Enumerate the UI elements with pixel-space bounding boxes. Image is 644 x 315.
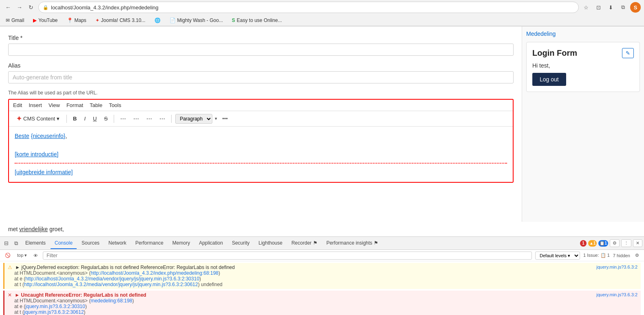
- content-detail-link[interactable]: [uitgebreide informatie]: [15, 169, 73, 175]
- console-top-button[interactable]: top ▾: [15, 252, 29, 259]
- paragraph-select[interactable]: Paragraph: [175, 114, 212, 124]
- bookmark-easytouse[interactable]: S Easy to use Online...: [229, 17, 285, 24]
- bold-button[interactable]: B: [71, 114, 79, 123]
- warning-ref[interactable]: jquery.min.js?3.6.3:2: [596, 265, 637, 269]
- login-form-edit-button[interactable]: ✎: [622, 48, 634, 58]
- align-right-button[interactable]: ⋯: [144, 114, 154, 123]
- content-userinfo-link[interactable]: {niceuserinfo}: [31, 133, 66, 139]
- editor-divider: [15, 163, 507, 164]
- devtools-tab-recorder[interactable]: Recorder ⚑: [287, 238, 322, 249]
- devtools: ⊟ ⧉ Elements Console Sources Network Per…: [0, 236, 644, 315]
- editor-menubar: Edit Insert View Format Table Tools: [9, 100, 513, 111]
- message-badge: 📋1: [598, 240, 608, 247]
- underline-button[interactable]: U: [90, 114, 99, 123]
- bookmark-maps-label: Maps: [75, 18, 86, 23]
- devtools-layout-button[interactable]: ⧉: [12, 240, 20, 247]
- alias-hint: The Alias will be used as part of the UR…: [8, 90, 514, 96]
- devtools-tab-security[interactable]: Security: [228, 238, 254, 249]
- align-justify-button[interactable]: ⋯: [157, 114, 168, 123]
- warning-stack-1: at HTMLDocument.<anonymous> (http://loca…: [14, 270, 637, 287]
- profile-button[interactable]: S: [630, 2, 641, 13]
- editor-menu-edit[interactable]: Edit: [13, 102, 22, 108]
- editor-menu-format[interactable]: Format: [66, 102, 83, 108]
- bookmark-star-button[interactable]: ☆: [581, 2, 591, 12]
- login-form-module: Login Form ✎ Hi test, Log out: [526, 42, 640, 92]
- warning-link-2[interactable]: http://localhost/Joomla_4.3.2/media/vend…: [25, 276, 199, 282]
- error-ref[interactable]: jquery.min.js?3.6.3:2: [596, 292, 637, 297]
- console-eye-button[interactable]: 👁: [32, 252, 40, 259]
- editor-menu-table[interactable]: Table: [90, 102, 102, 108]
- console-gear-button[interactable]: ⚙: [633, 252, 641, 259]
- reload-button[interactable]: ↻: [26, 2, 36, 12]
- login-form-header: Login Form ✎: [532, 48, 634, 58]
- error-stack: at HTMLDocument.<anonymous> (mededeling:…: [14, 298, 637, 315]
- devtools-more-button[interactable]: ⋮: [621, 239, 631, 247]
- address-bar[interactable]: 🔒 localhost/Joomla_4.3.2/index.php/meded…: [38, 2, 579, 13]
- title-label: Title *: [8, 35, 514, 41]
- title-input[interactable]: [8, 44, 514, 56]
- devtools-tab-memory[interactable]: Memory: [168, 238, 194, 249]
- back-button[interactable]: ←: [3, 2, 13, 12]
- download-button[interactable]: ⬇: [606, 2, 615, 12]
- console-clear-button[interactable]: 🚫: [3, 252, 12, 259]
- alias-input[interactable]: [8, 71, 514, 83]
- bookmark-maps[interactable]: 📍 Maps: [64, 17, 89, 24]
- mededeling-breadcrumb-link[interactable]: Mededeling: [526, 31, 640, 37]
- toolbar-divider-3: [171, 115, 172, 123]
- logout-button[interactable]: Log out: [532, 73, 566, 86]
- editor-menu-insert[interactable]: Insert: [29, 102, 42, 108]
- devtools-close-button[interactable]: ✕: [633, 239, 642, 247]
- console-filter-input[interactable]: [43, 252, 532, 260]
- devtools-tab-lighthouse[interactable]: Lighthouse: [254, 238, 287, 249]
- strikethrough-button[interactable]: S: [101, 114, 110, 123]
- cms-content-button[interactable]: ✦ CMS Content ▾: [13, 114, 63, 124]
- italic-button[interactable]: I: [82, 114, 88, 123]
- bookmark-world[interactable]: 🌐: [152, 17, 163, 24]
- restore-button[interactable]: ⧉: [618, 2, 628, 12]
- page-content: Title * Alias The Alias will be used as …: [0, 26, 644, 222]
- devtools-tab-sources[interactable]: Sources: [77, 238, 104, 249]
- devtools-tab-console[interactable]: Console: [51, 238, 77, 249]
- sidebar: Mededeling Login Form ✎ Hi test, Log out: [522, 26, 644, 222]
- console-levels-select[interactable]: Default levels ▾: [535, 252, 580, 260]
- forward-button[interactable]: →: [15, 2, 24, 12]
- devtools-tab-network[interactable]: Network: [104, 238, 130, 249]
- warning-message: ► jQuery.Deferred exception: RegularLabs…: [15, 265, 235, 270]
- bookmark-gmail[interactable]: ✉ Gmail: [3, 17, 26, 24]
- bookmark-easytouse-label: Easy to use Online...: [237, 18, 282, 23]
- warning-link-3[interactable]: http://localhost/Joomla_4.3.2/media/vend…: [24, 282, 198, 287]
- devtools-tabs: ⊟ ⧉ Elements Console Sources Network Per…: [0, 237, 644, 250]
- devtools-tab-perf-insights[interactable]: Performance insights ⚑: [322, 238, 382, 249]
- joomla-icon: ✦: [95, 18, 99, 23]
- error-link-1[interactable]: mededeling:68:198: [90, 298, 132, 304]
- main-content: Title * Alias The Alias will be used as …: [0, 26, 522, 222]
- bookmark-youtube[interactable]: ▶ YouTube: [31, 17, 60, 24]
- devtools-toggle-button[interactable]: ⊟: [2, 240, 11, 246]
- error-badge: 1: [580, 240, 587, 247]
- devtools-settings-button[interactable]: ⚙: [610, 239, 620, 247]
- more-button[interactable]: •••: [220, 114, 230, 123]
- bookmark-mightywash[interactable]: 📄 Mighty Wash - Goo...: [167, 17, 225, 24]
- lock-icon: 🔒: [43, 5, 49, 10]
- align-left-button[interactable]: ⋯: [118, 114, 128, 123]
- devtools-content: ⚠ jquery.min.js?3.6.3:2 ► jQuery.Deferre…: [0, 261, 644, 315]
- editor-menu-view[interactable]: View: [49, 102, 60, 108]
- editor-menu-tools[interactable]: Tools: [109, 102, 121, 108]
- cms-content-icon: ✦: [16, 115, 22, 122]
- bookmark-joomla[interactable]: ✦ Joomla! CMS 3.10...: [93, 17, 148, 24]
- error-link-2[interactable]: jquery.min.js?3.6.3:2:30310: [25, 304, 85, 309]
- devtools-tab-performance[interactable]: Performance: [131, 238, 168, 249]
- cast-button[interactable]: ⊡: [593, 2, 603, 12]
- devtools-tab-elements[interactable]: Elements: [21, 238, 50, 249]
- editor-toolbar: ✦ CMS Content ▾ B I U S ⋯ ⋯ ⋯ ⋯ Paragrap…: [9, 111, 513, 127]
- devtools-tab-application[interactable]: Application: [195, 238, 227, 249]
- align-center-button[interactable]: ⋯: [131, 114, 141, 123]
- editor-body[interactable]: Beste {niceuserinfo}, [korte introductie…: [9, 127, 513, 182]
- error-count-badge: 1: [580, 240, 587, 247]
- editor-container: Edit Insert View Format Table Tools ✦ CM…: [8, 99, 514, 183]
- content-beste-link[interactable]: Beste: [15, 133, 29, 139]
- content-intro-link[interactable]: [korte introductie]: [15, 151, 58, 158]
- warning-link-1[interactable]: http://localhost/Joomla_4.3.2/index.php/…: [90, 270, 218, 276]
- world-icon: 🌐: [154, 18, 161, 23]
- error-link-3[interactable]: jquery.min.js?3.6.3:2:30612: [24, 309, 84, 315]
